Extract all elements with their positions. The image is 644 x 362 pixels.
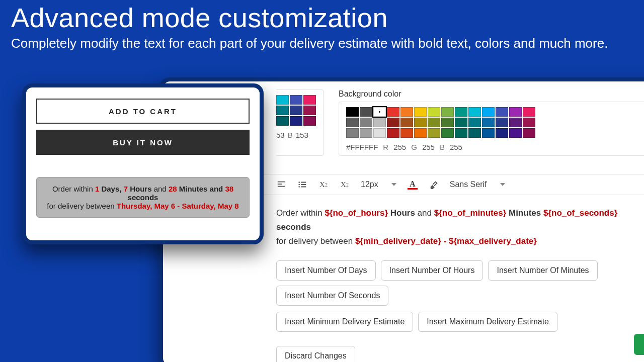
- hero: Advanced mode customization Completely m…: [0, 0, 644, 52]
- color-swatch[interactable]: [428, 118, 440, 127]
- color-swatch[interactable]: [482, 107, 495, 117]
- bg-color-label: Background color: [339, 89, 644, 99]
- color-swatch[interactable]: [400, 107, 413, 117]
- insert-hours-button[interactable]: Insert Number Of Hours: [381, 260, 484, 281]
- palette-row: 53 B 153 Background color #FFFFFF R 255 …: [276, 89, 644, 156]
- color-swatch[interactable]: [400, 128, 413, 138]
- color-swatch[interactable]: [346, 118, 359, 127]
- token-hours: ${no_of_hours}: [325, 208, 388, 218]
- color-swatch[interactable]: [468, 107, 481, 117]
- color-swatch[interactable]: [496, 128, 508, 138]
- channel-label: B: [288, 131, 293, 139]
- color-swatch[interactable]: [441, 128, 454, 138]
- token-max-date: ${max_delivery_date}: [449, 236, 537, 246]
- color-swatch[interactable]: [523, 107, 535, 117]
- color-swatch[interactable]: [373, 107, 386, 117]
- token-minutes: ${no_of_minutes}: [434, 208, 507, 218]
- color-swatch[interactable]: [482, 118, 495, 127]
- color-swatch[interactable]: [346, 128, 359, 138]
- swatch-grid: [346, 107, 641, 138]
- color-swatch[interactable]: [455, 107, 467, 117]
- color-swatch[interactable]: [428, 107, 440, 117]
- color-swatch[interactable]: [373, 128, 386, 138]
- discard-row: Discard Changes: [276, 346, 644, 362]
- hex-value: #FFFFFF: [346, 143, 378, 151]
- color-swatch[interactable]: [276, 95, 289, 105]
- color-swatch[interactable]: [496, 107, 508, 117]
- bullet-list-icon[interactable]: [297, 179, 307, 190]
- color-swatch[interactable]: [400, 118, 413, 127]
- color-swatch[interactable]: [509, 128, 522, 138]
- color-swatch[interactable]: [523, 118, 535, 127]
- text-color-icon[interactable]: A: [408, 179, 418, 190]
- bg-color-palette: #FFFFFF R 255 G 255 B 255: [339, 102, 644, 156]
- color-swatch[interactable]: [441, 118, 454, 127]
- superscript-icon[interactable]: X2: [340, 179, 350, 190]
- insert-minutes-button[interactable]: Insert Number Of Minutes: [488, 260, 597, 281]
- insert-min-estimate-button[interactable]: Insert Minimum Delivery Estimate: [276, 312, 413, 332]
- value: 255: [450, 143, 462, 151]
- color-swatch[interactable]: [468, 118, 481, 127]
- template-editor[interactable]: Order within ${no_of_hours} Hours and ${…: [276, 204, 644, 257]
- buy-now-button[interactable]: BUY IT NOW: [36, 130, 250, 155]
- value: 255: [393, 143, 406, 151]
- font-size-select[interactable]: 12px: [361, 180, 396, 189]
- editor-line: Order within ${no_of_hours} Hours and ${…: [276, 206, 644, 234]
- highlight-icon[interactable]: [429, 179, 439, 190]
- color-swatch[interactable]: [414, 107, 427, 117]
- value: 53: [276, 131, 285, 139]
- color-swatch[interactable]: [387, 107, 399, 117]
- color-swatch[interactable]: [303, 95, 316, 105]
- color-swatch[interactable]: [276, 116, 289, 126]
- color-swatch[interactable]: [303, 106, 316, 115]
- channel-label: B: [440, 143, 445, 151]
- estimate-line: for delivery between Thursday, May 6 - S…: [42, 202, 244, 210]
- color-swatch[interactable]: [276, 106, 289, 115]
- chevron-down-icon: [391, 183, 396, 186]
- color-swatch[interactable]: [455, 128, 467, 138]
- color-swatch[interactable]: [509, 118, 522, 127]
- color-swatch[interactable]: [303, 116, 316, 126]
- chevron-down-icon: [500, 183, 505, 186]
- color-swatch[interactable]: [346, 107, 359, 117]
- color-swatch[interactable]: [482, 128, 495, 138]
- color-swatch[interactable]: [455, 118, 467, 127]
- swatch-grid: [276, 95, 316, 126]
- color-swatch[interactable]: [414, 128, 427, 138]
- color-swatch[interactable]: [523, 128, 535, 138]
- insert-seconds-button[interactable]: Insert Number Of Seconds: [276, 286, 388, 306]
- color-readout: #FFFFFF R 255 G 255 B 255: [346, 143, 641, 151]
- value: 255: [422, 143, 435, 151]
- color-swatch[interactable]: [387, 128, 399, 138]
- estimate-line: Order within 1 Days, 7 Hours and 28 Minu…: [42, 185, 244, 193]
- subscript-icon[interactable]: X2: [318, 179, 329, 190]
- text-color-palette: 53 B 153: [276, 89, 324, 156]
- color-swatch[interactable]: [496, 118, 508, 127]
- channel-label: G: [411, 143, 417, 151]
- editor-line: for delivery between ${min_delivery_date…: [276, 234, 644, 248]
- color-swatch[interactable]: [360, 128, 372, 138]
- value: 153: [296, 131, 308, 139]
- font-family-select[interactable]: Sans Serif: [450, 180, 505, 189]
- help-tab[interactable]: [634, 334, 644, 355]
- color-swatch[interactable]: [360, 107, 372, 117]
- insert-buttons-row: Insert Number Of Days Insert Number Of H…: [276, 260, 644, 306]
- color-swatch[interactable]: [441, 107, 454, 117]
- color-swatch[interactable]: [290, 95, 302, 105]
- color-swatch[interactable]: [360, 118, 372, 127]
- color-swatch[interactable]: [509, 107, 522, 117]
- color-swatch[interactable]: [428, 128, 440, 138]
- color-swatch[interactable]: [373, 118, 386, 127]
- insert-days-button[interactable]: Insert Number Of Days: [276, 260, 376, 281]
- color-swatch[interactable]: [414, 118, 427, 127]
- color-swatch[interactable]: [290, 106, 302, 115]
- color-swatch[interactable]: [290, 116, 302, 126]
- insert-max-estimate-button[interactable]: Insert Maximum Delivery Estimate: [418, 312, 557, 332]
- discard-button[interactable]: Discard Changes: [276, 346, 355, 362]
- product-preview-card: ADD TO CART BUY IT NOW Order within 1 Da…: [22, 83, 264, 244]
- color-swatch[interactable]: [468, 128, 481, 138]
- align-icon[interactable]: [276, 179, 286, 190]
- svg-point-1: [298, 184, 300, 186]
- add-to-cart-button[interactable]: ADD TO CART: [36, 99, 250, 124]
- color-swatch[interactable]: [387, 118, 399, 127]
